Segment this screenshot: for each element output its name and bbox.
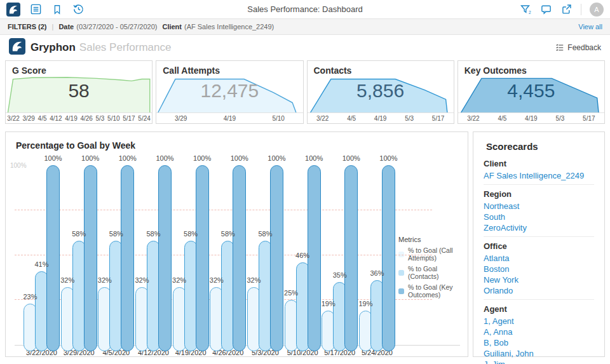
share-icon[interactable] [560,3,573,15]
scorecard-link[interactable]: Boston [484,264,594,274]
bar-value-label: 19% [322,300,336,307]
bar-group: 19%36%100% [359,165,395,345]
bar-value-label: 100% [379,154,397,162]
filters-separator: | [52,23,54,30]
bar-value-label: 32% [172,276,186,284]
bar-value-label: 32% [98,276,112,284]
scorecard-link[interactable]: Guiliani, John [484,348,594,359]
scorecard-link[interactable]: South [484,212,594,222]
sparkline-tick-label: 5/24 [138,115,150,122]
scorecard-link[interactable]: 1, Agent [484,316,594,327]
sparkline-tick-label: 4/5 [347,115,356,122]
goal-bar[interactable] [196,165,209,351]
sparkline-tick-label: 4/19 [65,115,77,122]
sparkline-tick-label: 4/26 [80,115,92,122]
scorecard-link[interactable]: B, Bob [484,337,594,348]
gryphon-logo[interactable] [6,3,20,17]
bar-plot-area: 23%41%100%32%58%100%32%58%100%32%58%100%… [24,165,395,345]
comment-icon[interactable] [540,3,552,15]
bar-group: 25%46%100% [285,165,321,345]
scorecard-link[interactable]: J, Jim [484,359,594,364]
brand-suffix: Sales Performance [79,41,172,54]
goal-bar[interactable] [270,165,283,351]
bar-value-label: 46% [295,252,309,259]
view-all-link[interactable]: View all [578,23,602,30]
scorecard-section-client: ClientAF Sales Intelligence_2249 [484,154,594,184]
goal-bar[interactable] [382,165,395,351]
filter-chip-date[interactable]: Date (03/27/2020 - 05/27/2020) [58,23,157,30]
brand-row: Gryphon Sales Performance Feedback [5,35,605,60]
goal-bar[interactable] [121,165,134,351]
goal-bar[interactable] [344,165,358,351]
sparkline-tick-label: 5/17 [123,115,135,122]
goal-bar[interactable] [46,165,60,351]
sparkline-tick-label: 3/22 [316,115,329,122]
content-list-icon[interactable] [30,3,42,15]
kpi-card-g-score: G Score 58 3/223/294/54/124/194/265/35/1… [5,60,152,124]
bar-value-label: 58% [184,230,198,238]
bar-group: 23%41%100% [24,165,60,345]
sparkline-tick-label: 3/29 [22,115,34,122]
bar-value-label: 100% [193,154,211,162]
feedback-button[interactable]: Feedback [555,43,601,52]
avatar[interactable]: A [590,3,604,17]
scorecard-link[interactable]: AF Sales Intelligence_2249 [484,170,594,181]
goal-bar[interactable] [233,165,246,351]
filters-toggle[interactable]: FILTERS (2) [8,23,47,30]
kpi-title: Contacts [308,61,454,76]
gryphon-brand-logo [9,38,25,57]
bar-value-label: 32% [60,276,74,284]
bar-group: 32%58%100% [135,165,172,345]
scorecard-link[interactable]: Northeast [484,201,594,212]
sparkline-tick-label: 4/5 [498,115,506,122]
bar-value-label: 41% [34,260,48,268]
sparkline-tick-label: 5/3 [555,115,564,122]
sparkline-x-labels: 3/224/54/195/35/17 [308,112,454,123]
scorecard-link[interactable]: ZeroActivity [484,222,594,233]
bar-value-label: 36% [370,269,384,277]
bar-value-label: 32% [247,276,261,284]
sparkline-tick-label: 4/19 [374,115,386,122]
filter-chip-client[interactable]: Client (AF Sales Intelligence_2249) [162,23,274,30]
sparkline-x-labels: 3/223/294/54/124/194/265/35/105/175/24 [6,112,152,123]
kpi-card-contacts: Contacts 5,856 3/224/54/195/35/17 [307,60,454,124]
bar-value-label: 100% [342,154,360,162]
legend-label: % to Goal (Key Outcomes) [408,283,468,299]
bar-group: 32%58%100% [210,165,246,345]
legend-item[interactable]: % to Goal (Contacts) [398,265,468,280]
sparkline-tick-label: 5/3 [405,115,414,122]
bookmark-icon[interactable] [51,4,63,15]
kpi-title: G Score [6,61,152,76]
scorecard-link[interactable]: Orlando [484,285,594,296]
sparkline-tick-label: 4/19 [525,115,537,122]
bar-value-label: 58% [258,230,272,238]
bar-value-label: 25% [284,289,298,297]
bar-value-label: 32% [135,276,149,284]
scorecards-title: Scorecards [486,141,594,152]
scorecard-link[interactable]: Atlanta [484,253,594,264]
chart-legend: Metrics % to Goal (Call Attempts)% to Go… [398,236,468,302]
goal-bar[interactable] [84,165,97,351]
legend-item[interactable]: % to Goal (Key Outcomes) [398,283,468,299]
scorecard-section-agent: Agent1, AgentA, AnnaB, BobGuiliani, John… [484,299,594,364]
filters-bar: FILTERS (2) | Date (03/27/2020 - 05/27/2… [0,19,610,35]
scorecard-link[interactable]: New York [484,274,594,285]
chart-title: Percentage to Goal by Week [16,140,135,151]
history-icon[interactable] [72,3,85,15]
bar-value-label: 100% [305,154,323,162]
scorecard-section-label: Office [484,241,594,252]
feedback-icon [555,43,564,52]
bar-value-label: 19% [358,300,372,307]
bar-value-label: 100% [268,154,285,162]
sparkline-tick-label: 4/12 [50,115,62,122]
scorecard-section-region: RegionNortheastSouthZeroActivity [484,184,594,236]
bar-value-label: 100% [81,154,99,162]
goal-bar[interactable] [158,165,172,351]
bar-value-label: 100% [156,154,173,162]
scorecard-link[interactable]: A, Anna [484,327,594,337]
bar-group: 32%58%100% [247,165,283,345]
filter-badge-count: 2 [529,10,531,15]
bar-value-label: 100% [44,154,62,162]
bar-group: 32%58%100% [173,165,209,345]
filter-icon[interactable]: 2 [519,3,532,16]
